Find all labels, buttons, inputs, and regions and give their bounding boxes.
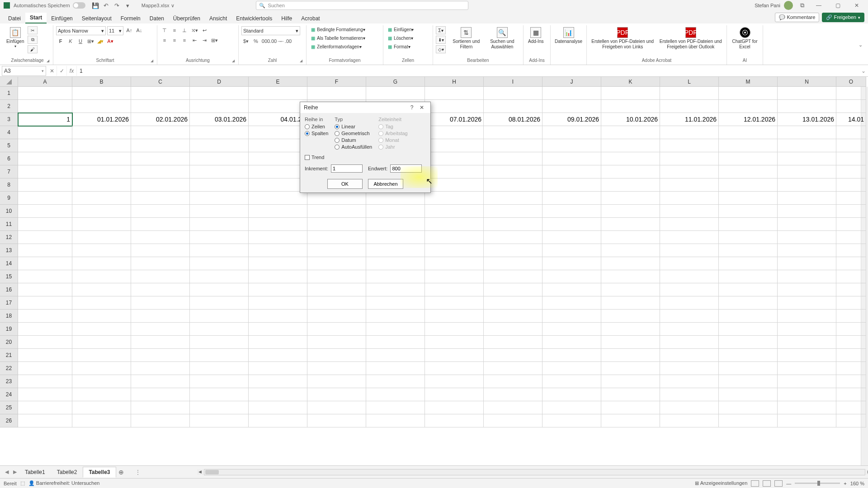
cell[interactable] xyxy=(836,244,866,257)
cell[interactable] xyxy=(660,257,719,270)
cell[interactable] xyxy=(484,349,542,362)
cell[interactable] xyxy=(660,165,719,178)
col-header-L[interactable]: L xyxy=(660,77,719,87)
cell-styles-button[interactable]: Zellenformatvorlagen ▾ xyxy=(309,43,363,50)
cell[interactable] xyxy=(366,375,425,388)
cell[interactable] xyxy=(18,152,72,165)
col-header-A[interactable]: A xyxy=(18,77,72,87)
cell[interactable] xyxy=(425,362,484,375)
cell[interactable] xyxy=(719,126,778,139)
cell[interactable] xyxy=(484,283,542,296)
row-header-12[interactable]: 12 xyxy=(0,231,18,244)
cell[interactable] xyxy=(425,218,484,231)
cell[interactable] xyxy=(425,270,484,283)
cell[interactable] xyxy=(601,126,660,139)
row-header-7[interactable]: 7 xyxy=(0,165,18,178)
cell[interactable] xyxy=(425,126,484,139)
page-break-view-icon[interactable] xyxy=(774,480,783,487)
cell[interactable] xyxy=(190,139,249,152)
tab-überprüfen[interactable]: Überprüfen xyxy=(169,14,205,23)
cell[interactable] xyxy=(18,375,72,388)
accessibility-status[interactable]: 👤 Barrierefreiheit: Untersuchen xyxy=(28,480,100,486)
cell[interactable] xyxy=(778,375,836,388)
cell[interactable] xyxy=(366,414,425,427)
cell[interactable] xyxy=(18,205,72,218)
cell[interactable] xyxy=(778,87,836,100)
cell[interactable] xyxy=(131,244,190,257)
cell[interactable] xyxy=(249,336,307,349)
cell[interactable] xyxy=(307,375,366,388)
cell[interactable] xyxy=(307,192,366,205)
cell[interactable] xyxy=(836,152,866,165)
tab-formeln[interactable]: Formeln xyxy=(116,14,145,23)
row-header-20[interactable]: 20 xyxy=(0,336,18,349)
cell[interactable] xyxy=(131,283,190,296)
cell[interactable] xyxy=(542,178,601,192)
cell[interactable] xyxy=(601,401,660,414)
cell[interactable]: 01.01.2026 xyxy=(72,113,131,126)
pdf-outlook-button[interactable]: PDFErstellen von PDF-Dateien und Freigeb… xyxy=(658,26,724,51)
cell[interactable] xyxy=(190,388,249,401)
cell[interactable] xyxy=(719,283,778,296)
cell[interactable] xyxy=(542,152,601,165)
cell[interactable] xyxy=(660,310,719,323)
name-box[interactable]: A3▾ xyxy=(2,66,46,76)
bold-button[interactable]: F xyxy=(56,37,65,45)
row-header-15[interactable]: 15 xyxy=(0,270,18,283)
filename[interactable]: Mappe3.xlsx ∨ xyxy=(142,3,175,9)
cell[interactable] xyxy=(836,375,866,388)
cell[interactable] xyxy=(190,126,249,139)
data-analysis-button[interactable]: 📊Datenanalyse xyxy=(553,26,584,45)
cell[interactable] xyxy=(836,336,866,349)
cell[interactable] xyxy=(484,270,542,283)
cell[interactable] xyxy=(601,283,660,296)
cell[interactable] xyxy=(131,231,190,244)
cell[interactable] xyxy=(190,401,249,414)
cell[interactable] xyxy=(18,126,72,139)
cell[interactable] xyxy=(72,178,131,192)
qat-more-icon[interactable]: ▾ xyxy=(124,2,132,9)
cell[interactable] xyxy=(190,296,249,310)
row-header-1[interactable]: 1 xyxy=(0,87,18,100)
cell[interactable] xyxy=(484,336,542,349)
share-button[interactable]: 🔗 Freigeben▾ xyxy=(822,13,864,22)
increase-font-icon[interactable]: A↑ xyxy=(125,26,134,34)
row-header-14[interactable]: 14 xyxy=(0,257,18,270)
cell[interactable] xyxy=(72,165,131,178)
row-header-13[interactable]: 13 xyxy=(0,244,18,257)
cell[interactable] xyxy=(72,388,131,401)
col-header-B[interactable]: B xyxy=(72,77,131,87)
cell[interactable] xyxy=(836,139,866,152)
row-header-16[interactable]: 16 xyxy=(0,283,18,296)
cell[interactable] xyxy=(72,310,131,323)
linear-radio[interactable]: Linear xyxy=(335,124,372,129)
cell[interactable] xyxy=(719,310,778,323)
orientation-icon[interactable]: ⤭▾ xyxy=(190,26,199,34)
col-header-D[interactable]: D xyxy=(190,77,249,87)
cell[interactable] xyxy=(425,349,484,362)
cell[interactable] xyxy=(484,100,542,113)
cell[interactable] xyxy=(778,100,836,113)
cell[interactable] xyxy=(601,192,660,205)
cell[interactable] xyxy=(601,349,660,362)
cell[interactable] xyxy=(307,283,366,296)
sheet-grid[interactable]: ABCDEFGHIJKLMNO1234567891011121314151617… xyxy=(0,77,868,465)
cell[interactable] xyxy=(190,414,249,427)
cell[interactable] xyxy=(190,100,249,113)
cell[interactable] xyxy=(778,362,836,375)
font-color-button[interactable]: A▾ xyxy=(106,37,115,45)
add-sheet-button[interactable]: ⊕ xyxy=(116,469,126,476)
cell[interactable] xyxy=(249,349,307,362)
cell[interactable] xyxy=(660,87,719,100)
cell[interactable] xyxy=(601,375,660,388)
cell[interactable] xyxy=(719,205,778,218)
cell[interactable] xyxy=(778,218,836,231)
cell[interactable] xyxy=(719,270,778,283)
cell[interactable] xyxy=(249,100,307,113)
cell[interactable] xyxy=(719,139,778,152)
cell[interactable] xyxy=(72,375,131,388)
cell[interactable] xyxy=(190,375,249,388)
cell[interactable] xyxy=(601,231,660,244)
fill-color-button[interactable]: ◢▾ xyxy=(96,37,105,45)
cell[interactable] xyxy=(836,401,866,414)
